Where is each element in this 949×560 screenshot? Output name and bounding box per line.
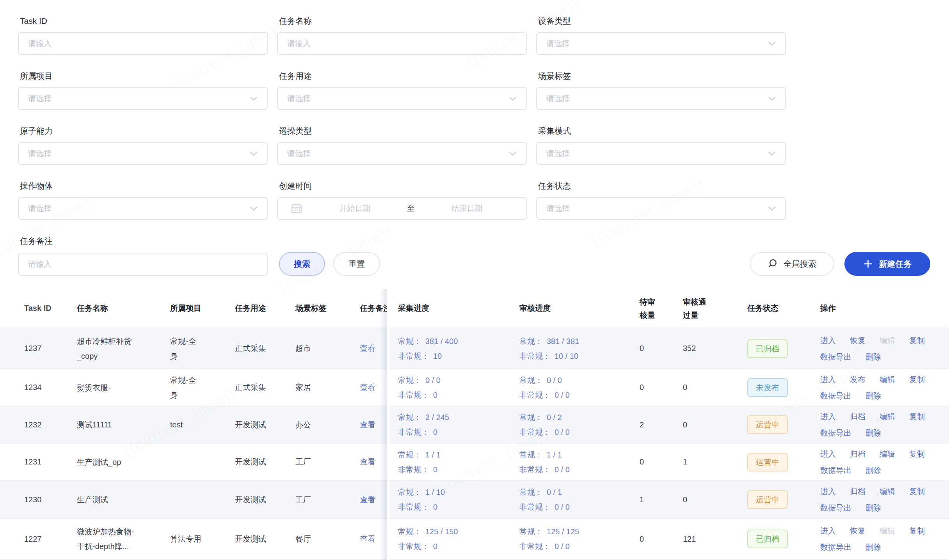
cell-purpose: 开发测试 — [235, 480, 295, 519]
action-delete-link[interactable]: 删除 — [865, 349, 881, 365]
action-archive-link[interactable]: 归档 — [850, 409, 865, 424]
cell-task-id: 1237 — [0, 328, 77, 369]
project-select[interactable]: 请选择 — [18, 87, 268, 110]
action-copy-link[interactable]: 复制 — [909, 409, 925, 424]
view-remark-link[interactable]: 查看 — [360, 457, 375, 466]
cell-approved-count: 0 — [674, 369, 738, 406]
action-enter-link[interactable]: 进入 — [820, 372, 836, 387]
teleop-type-select[interactable]: 请选择 — [277, 142, 527, 165]
end-date-placeholder[interactable]: 结束日期 — [417, 203, 517, 214]
filter-create-time-label: 创建时间 — [277, 181, 527, 191]
cell-project: 常规-全身 — [170, 334, 201, 363]
filter-purpose: 任务用途 请选择 — [277, 71, 527, 110]
action-export-link[interactable]: 数据导出 — [820, 463, 851, 478]
action-enter-link[interactable]: 进入 — [820, 446, 836, 462]
view-remark-link[interactable]: 查看 — [360, 344, 375, 353]
action-copy-link[interactable]: 复制 — [909, 523, 925, 539]
cell-review-progress: 常规：0 / 1 非常规：0 / 0 — [512, 480, 630, 519]
action-copy-link[interactable]: 复制 — [909, 484, 925, 499]
collect-mode-select[interactable]: 请选择 — [536, 142, 786, 165]
action-publish-link[interactable]: 发布 — [850, 372, 865, 387]
action-enter-link[interactable]: 进入 — [820, 523, 836, 539]
action-delete-link[interactable]: 删除 — [865, 425, 881, 441]
object-select[interactable]: 请选择 — [18, 197, 268, 220]
action-delete-link[interactable]: 删除 — [865, 388, 881, 404]
action-export-link[interactable]: 数据导出 — [820, 425, 851, 441]
filter-status-label: 任务状态 — [536, 181, 786, 191]
view-remark-link[interactable]: 查看 — [360, 420, 375, 429]
create-task-button[interactable]: 新建任务 — [844, 252, 930, 276]
action-copy-link[interactable]: 复制 — [909, 372, 925, 387]
cell-collect-progress: 常规：2 / 245 非常规：0 — [389, 406, 512, 443]
action-export-link[interactable]: 数据导出 — [820, 539, 851, 555]
start-date-placeholder[interactable]: 开始日期 — [305, 203, 405, 214]
global-search-button[interactable]: 全局搜索 — [750, 252, 834, 276]
view-remark-link[interactable]: 查看 — [360, 535, 375, 543]
action-export-link[interactable]: 数据导出 — [820, 500, 851, 516]
action-restore-link[interactable]: 恢复 — [850, 523, 865, 539]
device-type-placeholder: 请选择 — [546, 38, 570, 49]
col-header-pending: 待审核量 — [640, 295, 659, 322]
action-archive-link[interactable]: 归档 — [850, 446, 865, 462]
cell-purpose: 正式采集 — [235, 328, 295, 369]
table-row: 常规：1 / 1 非常规：0 常规：1 / 1 非常规：0 / 0 0 1 运营… — [389, 443, 949, 480]
cell-purpose: 开发测试 — [235, 519, 295, 559]
action-copy-link[interactable]: 复制 — [909, 333, 925, 348]
view-remark-link[interactable]: 查看 — [360, 495, 375, 504]
filter-panel: Task ID 请输入 任务名称 请输入 设备类型 请选择 所属项目 — [0, 0, 949, 276]
calendar-icon — [290, 202, 303, 215]
action-delete-link[interactable]: 删除 — [865, 463, 881, 478]
scene-tag-select[interactable]: 请选择 — [536, 87, 786, 110]
action-restore-link[interactable]: 恢复 — [850, 333, 865, 348]
cell-task-name: 熨烫衣服- — [77, 380, 142, 395]
filter-collect-mode-label: 采集模式 — [536, 126, 786, 136]
atomic-ability-select[interactable]: 请选择 — [18, 142, 268, 165]
action-enter-link[interactable]: 进入 — [820, 333, 836, 348]
cell-approved-count: 121 — [674, 519, 738, 559]
col-header-remark: 任务备注 — [358, 289, 387, 328]
remark-input[interactable]: 请输入 — [18, 253, 268, 276]
action-archive-link[interactable]: 归档 — [850, 484, 865, 499]
project-placeholder: 请选择 — [28, 93, 52, 104]
status-badge: 未发布 — [747, 378, 788, 397]
action-edit-link[interactable]: 编辑 — [880, 446, 895, 462]
status-badge: 运营中 — [747, 453, 788, 471]
action-export-link[interactable]: 数据导出 — [820, 388, 851, 404]
create-time-range-picker[interactable]: 开始日期 至 结束日期 — [277, 197, 527, 220]
action-delete-link[interactable]: 删除 — [865, 539, 881, 555]
cell-pending-count: 0 — [630, 369, 674, 406]
task-name-input[interactable]: 请输入 — [277, 32, 527, 55]
table-row: 1230 生产测试 开发测试 工厂 查看 — [0, 480, 387, 519]
col-header-project: 所属项目 — [170, 289, 235, 328]
purpose-select[interactable]: 请选择 — [277, 87, 527, 110]
filter-project: 所属项目 请选择 — [18, 71, 268, 110]
action-edit-link[interactable]: 编辑 — [880, 409, 895, 424]
global-search-label: 全局搜索 — [784, 259, 816, 269]
task-id-input[interactable]: 请输入 — [18, 32, 268, 55]
chevron-down-icon — [250, 206, 258, 211]
action-export-link[interactable]: 数据导出 — [820, 349, 851, 365]
action-enter-link[interactable]: 进入 — [820, 409, 836, 424]
action-edit-link[interactable]: 编辑 — [880, 372, 895, 387]
filter-task-name-label: 任务名称 — [277, 16, 527, 27]
view-remark-link[interactable]: 查看 — [360, 383, 375, 392]
device-type-select[interactable]: 请选择 — [536, 32, 786, 55]
cell-scene: 工厂 — [295, 480, 358, 519]
search-button[interactable]: 搜索 — [279, 252, 325, 276]
date-range-separator: 至 — [405, 203, 417, 214]
filter-task-id-label: Task ID — [18, 16, 268, 27]
status-select[interactable]: 请选择 — [536, 197, 786, 220]
action-enter-link[interactable]: 进入 — [820, 484, 836, 499]
reset-button[interactable]: 重置 — [333, 252, 380, 276]
cell-scene: 家居 — [295, 369, 358, 406]
action-edit-link[interactable]: 编辑 — [880, 484, 895, 499]
action-copy-link[interactable]: 复制 — [909, 446, 925, 462]
action-delete-link[interactable]: 删除 — [865, 500, 881, 516]
col-header-scene: 场景标签 — [295, 289, 358, 328]
cell-project: 算法专用 — [170, 532, 201, 546]
task-table: Task ID 任务名称 所属项目 任务用途 场景标签 任务备注 1237 超市… — [0, 289, 949, 560]
teleop-type-placeholder: 请选择 — [287, 148, 311, 159]
table-row: 1227 微波炉加热食物-干扰-depth降... 算法专用 开发测试 餐厅 查… — [0, 519, 387, 559]
col-header-name: 任务名称 — [77, 289, 170, 328]
cell-task-name: 测试11111 — [77, 417, 142, 432]
